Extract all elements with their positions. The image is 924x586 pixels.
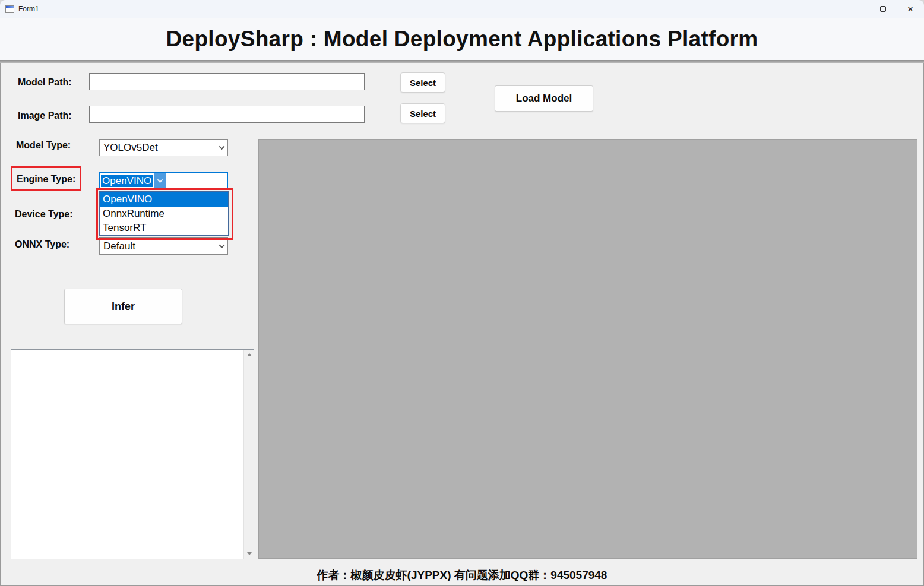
- chevron-down-icon: [219, 144, 224, 150]
- dropdown-option-tensorrt[interactable]: TensorRT: [100, 221, 228, 235]
- close-button[interactable]: ✕: [897, 0, 924, 18]
- device-type-label: Device Type:: [15, 209, 73, 220]
- image-path-input[interactable]: [89, 106, 365, 123]
- form-icon: [5, 5, 14, 13]
- engine-type-combobox[interactable]: OpenVINO: [99, 172, 228, 189]
- page-title: DeploySharp : Model Deployment Applicati…: [166, 27, 758, 52]
- scroll-up-icon[interactable]: [244, 350, 254, 360]
- engine-type-dropdown-button[interactable]: [154, 173, 166, 189]
- footer-author-text: 作者：椒颜皮皮虾(JYPPX) 有问题添加QQ群：945057948: [0, 568, 924, 583]
- header-divider: [0, 60, 924, 63]
- app-window: Form1 ✕ DeploySharp : Model Deployment A…: [0, 0, 924, 586]
- model-path-input[interactable]: [89, 73, 365, 90]
- model-path-select-button[interactable]: Select: [400, 72, 445, 93]
- dropdown-option-openvino[interactable]: OpenVINO: [100, 192, 228, 207]
- onnx-type-label: ONNX Type:: [15, 239, 69, 250]
- output-listbox[interactable]: [11, 349, 254, 559]
- dropdown-option-onnxruntime[interactable]: OnnxRuntime: [100, 207, 228, 221]
- chevron-down-icon: [219, 242, 224, 248]
- model-path-label: Model Path:: [18, 77, 72, 88]
- app-header: DeploySharp : Model Deployment Applicati…: [0, 18, 924, 60]
- onnx-type-combobox[interactable]: Default: [99, 237, 228, 255]
- close-icon: ✕: [907, 5, 914, 13]
- image-path-select-button[interactable]: Select: [400, 103, 445, 123]
- minimize-button[interactable]: [842, 0, 869, 18]
- chevron-down-icon: [157, 177, 163, 183]
- maximize-icon: [880, 6, 886, 12]
- image-display-area: [258, 139, 917, 559]
- window-title: Form1: [18, 5, 39, 13]
- scroll-down-icon[interactable]: [244, 549, 254, 559]
- model-type-value: YOLOv5Det: [100, 142, 216, 154]
- maximize-button[interactable]: [869, 0, 897, 18]
- engine-type-label: Engine Type:: [17, 174, 75, 185]
- model-type-dropdown-button[interactable]: [216, 140, 227, 156]
- engine-type-value: OpenVINO: [101, 175, 153, 187]
- load-model-button[interactable]: Load Model: [495, 85, 593, 112]
- listbox-scrollbar[interactable]: [243, 350, 254, 559]
- infer-button[interactable]: Infer: [64, 289, 182, 324]
- model-type-label: Model Type:: [16, 140, 71, 151]
- title-bar: Form1 ✕: [0, 0, 924, 18]
- engine-type-dropdown-list: OpenVINO OnnxRuntime TensorRT: [99, 191, 229, 236]
- onnx-type-value: Default: [100, 240, 216, 252]
- onnx-type-dropdown-button[interactable]: [216, 238, 227, 254]
- minimize-icon: [853, 9, 859, 9]
- image-path-label: Image Path:: [18, 110, 72, 121]
- model-type-combobox[interactable]: YOLOv5Det: [99, 139, 228, 156]
